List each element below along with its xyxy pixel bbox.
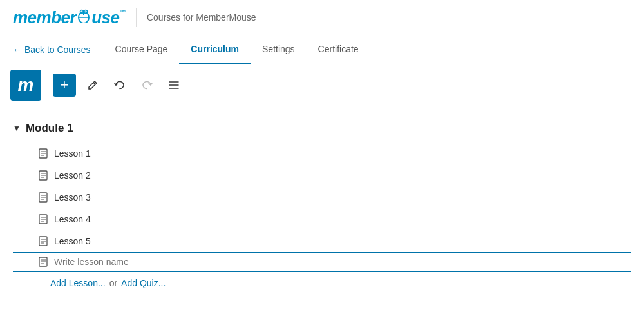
trademark: ™: [119, 9, 126, 15]
tab-certificate[interactable]: Certificate: [307, 35, 370, 64]
new-lesson-row: [13, 252, 631, 272]
module-label: Module 1: [26, 122, 73, 135]
or-separator: or: [109, 278, 117, 288]
add-quiz-link[interactable]: Add Quiz...: [121, 278, 166, 288]
add-button[interactable]: +: [53, 74, 76, 97]
mouse-icon: [77, 9, 91, 23]
header-divider: [136, 8, 137, 27]
list-item[interactable]: Lesson 1: [13, 143, 631, 164]
logo-text: member: [13, 9, 76, 26]
list-item[interactable]: Lesson 3: [13, 186, 631, 208]
courses-title: Courses for MemberMouse: [147, 12, 256, 23]
new-lesson-input[interactable]: [54, 257, 247, 267]
toolbar-logo-letter: m: [18, 75, 34, 95]
list-icon-button[interactable]: [164, 75, 184, 95]
lesson-name: Lesson 1: [54, 148, 91, 159]
toolbar: m +: [0, 64, 644, 106]
header: member use ™ Courses for MemberMouse: [0, 0, 644, 35]
lesson-name: Lesson 2: [54, 170, 91, 181]
tab-settings[interactable]: Settings: [251, 35, 307, 64]
lesson-name: Lesson 4: [54, 214, 91, 224]
lesson-name: Lesson 3: [54, 192, 91, 203]
tab-course-page[interactable]: Course Page: [104, 35, 180, 64]
add-actions-row: Add Lesson... or Add Quiz...: [13, 272, 631, 295]
list-item[interactable]: Lesson 2: [13, 164, 631, 186]
back-to-courses-link[interactable]: ← Back to Courses: [13, 44, 91, 55]
module-header[interactable]: ▼ Module 1: [13, 117, 631, 140]
redo-icon-button[interactable]: [137, 75, 157, 95]
undo-icon-button[interactable]: [109, 75, 130, 95]
lesson-icon: [39, 214, 48, 224]
add-lesson-link[interactable]: Add Lesson...: [50, 278, 106, 288]
logo-area: member use ™ Courses for MemberMouse: [13, 8, 256, 27]
toolbar-logo-box: m: [10, 70, 41, 101]
membermouse-logo: member use ™: [13, 9, 126, 26]
list-item[interactable]: Lesson 5: [13, 230, 631, 252]
lesson-icon: [39, 148, 48, 159]
curriculum-content: ▼ Module 1 Lesson 1 Lesson 2: [0, 106, 644, 295]
lesson-icon: [39, 192, 48, 203]
logo-text2: use: [91, 9, 119, 26]
edit-icon-button[interactable]: [82, 75, 103, 95]
lesson-icon: [39, 236, 48, 246]
lesson-name: Lesson 5: [54, 236, 91, 246]
tab-curriculum[interactable]: Curriculum: [179, 35, 251, 64]
new-lesson-icon: [39, 257, 48, 267]
lesson-icon: [39, 170, 48, 181]
list-item[interactable]: Lesson 4: [13, 208, 631, 230]
nav-tabs: ← Back to Courses Course Page Curriculum…: [0, 35, 644, 64]
module-collapse-arrow[interactable]: ▼: [13, 124, 21, 133]
